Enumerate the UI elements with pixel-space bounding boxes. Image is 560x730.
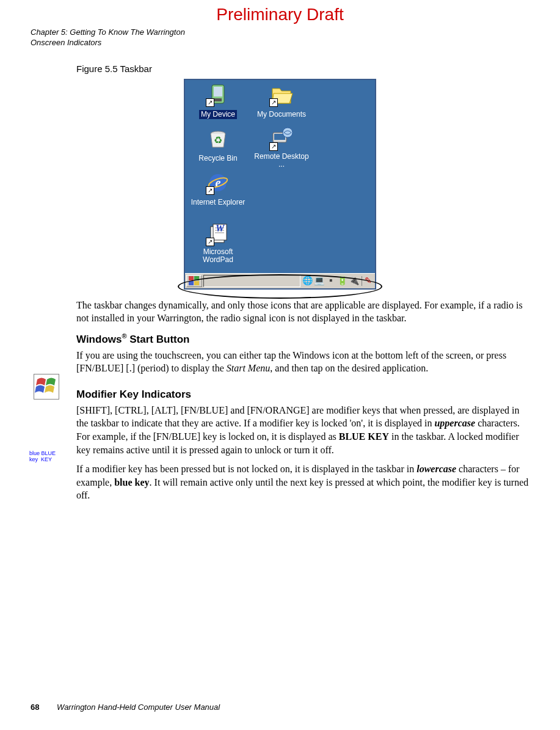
windows-flag-icon xyxy=(188,276,200,287)
svg-rect-20 xyxy=(194,281,199,285)
margin-windows-icon xyxy=(34,374,59,400)
footer-title: Warrington Hand-Held Computer User Manua… xyxy=(57,703,220,712)
desktop-icon-wordpad[interactable]: W ↗ Microsoft WordPad xyxy=(187,222,249,265)
tray-pen-icon[interactable]: ✎ xyxy=(365,276,372,286)
figure-caption: Figure 5.5 Taskbar xyxy=(76,64,529,74)
folder-icon: ↗ xyxy=(269,82,294,107)
figure-screenshot: ↗ My Device ↗ My Documents ♻ Recycle Bin… xyxy=(184,79,376,290)
tray-divider xyxy=(362,276,362,286)
watermark-text: Preliminary Draft xyxy=(0,5,560,24)
svg-text:W: W xyxy=(216,223,225,233)
header-section: Onscreen Indicators xyxy=(31,38,529,48)
svg-rect-17 xyxy=(189,276,194,280)
desktop-icon-label: My Device xyxy=(199,110,237,119)
svg-rect-1 xyxy=(214,87,222,97)
header-chapter: Chapter 5: Getting To Know The Warringto… xyxy=(31,27,529,38)
paragraph-modifier-keys: [SHIFT], [CTRL], [ALT], [FN/BLUE] and [F… xyxy=(76,404,529,502)
tray-world-icon[interactable]: 🌐 xyxy=(302,276,313,286)
taskbar: 🌐 💻 ▪️ 🔋 🔌 ✎ xyxy=(185,273,375,288)
desktop-icon-recycle-bin[interactable]: ♻ Recycle Bin xyxy=(187,126,249,163)
desktop-icon-my-documents[interactable]: ↗ My Documents xyxy=(251,82,312,119)
paragraph-intro: The taskbar changes dynamically, and onl… xyxy=(76,299,529,325)
desktop-icon-label: Recycle Bin xyxy=(197,154,239,163)
desktop-icon-label: My Documents xyxy=(255,110,308,119)
desktop-icon-my-device[interactable]: ↗ My Device xyxy=(187,82,249,119)
tray-battery-icon[interactable]: 🔋 xyxy=(337,276,347,286)
svg-rect-2 xyxy=(214,98,222,101)
desktop-icon-label: Microsoft WordPad xyxy=(187,247,249,265)
taskbar-spacer xyxy=(203,275,300,287)
heading-start-button: Windows® Start Button xyxy=(76,332,529,346)
svg-text:♻: ♻ xyxy=(214,135,222,145)
recycle-bin-icon: ♻ xyxy=(206,126,230,151)
paragraph-start-button: If you are using the touchscreen, you ca… xyxy=(76,349,529,375)
system-tray: 🌐 💻 ▪️ 🔋 🔌 ✎ xyxy=(300,275,374,287)
tray-network-icon[interactable]: 💻 xyxy=(314,276,324,286)
ie-icon: e ↗ xyxy=(206,170,230,195)
page-header: Chapter 5: Getting To Know The Warringto… xyxy=(31,27,529,48)
desktop-icon-internet-explorer[interactable]: e ↗ Internet Explorer xyxy=(187,170,249,207)
desktop-icon-remote-desktop[interactable]: ↗ Remote Desktop ... xyxy=(251,126,312,169)
margin-blue-key-icon: blue BLUE key KEY xyxy=(29,451,66,476)
shortcut-arrow-icon: ↗ xyxy=(269,142,278,151)
desktop-icon-label: Internet Explorer xyxy=(189,198,247,207)
tray-card-icon[interactable]: ▪️ xyxy=(325,276,336,286)
heading-modifier-keys: Modifier Key Indicators xyxy=(76,389,529,401)
remote-desktop-icon: ↗ xyxy=(269,126,294,151)
desktop-icon-label: Remote Desktop ... xyxy=(251,152,312,169)
shortcut-arrow-icon: ↗ xyxy=(206,238,214,246)
svg-rect-19 xyxy=(189,281,194,285)
svg-rect-18 xyxy=(194,276,199,280)
page-number: 68 xyxy=(31,703,39,712)
wordpad-icon: W ↗ xyxy=(206,222,230,246)
shortcut-arrow-icon: ↗ xyxy=(206,98,214,107)
page-footer: 68 Warrington Hand-Held Computer User Ma… xyxy=(31,703,220,712)
tray-plug-icon[interactable]: 🔌 xyxy=(349,276,359,286)
start-button[interactable] xyxy=(186,275,202,287)
windows-desktop: ↗ My Device ↗ My Documents ♻ Recycle Bin… xyxy=(184,79,376,290)
shortcut-arrow-icon: ↗ xyxy=(206,186,214,195)
pda-icon: ↗ xyxy=(206,82,230,107)
shortcut-arrow-icon: ↗ xyxy=(269,98,278,107)
